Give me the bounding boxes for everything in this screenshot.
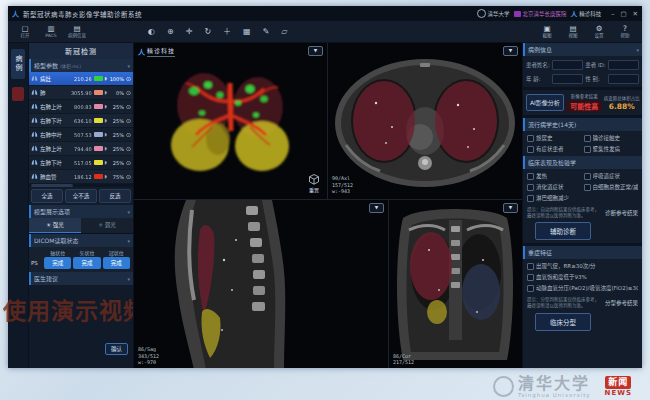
zoom-icon[interactable]: ⊕: [167, 28, 174, 36]
color-swatch[interactable]: [94, 90, 103, 95]
case-info-button[interactable]: ▤病例信息: [64, 25, 90, 38]
checkbox-item[interactable]: 聚集性发病: [584, 145, 639, 153]
annotate-icon[interactable]: ▱: [281, 28, 287, 36]
help-button[interactable]: ?帮助: [612, 25, 638, 38]
checkbox[interactable]: [527, 263, 534, 270]
pan-icon[interactable]: ✛: [186, 28, 193, 36]
color-swatch[interactable]: [94, 160, 103, 165]
viewport-menu-button[interactable]: ▼: [308, 46, 323, 56]
sidebar-tab-case[interactable]: 病例: [11, 49, 25, 79]
light-tab[interactable]: ☀ 强光: [29, 218, 81, 233]
rotate-icon[interactable]: ↻: [204, 28, 211, 36]
close-button[interactable]: ✕: [633, 10, 638, 18]
checkbox-item[interactable]: 动脉血氧分压(PaO2)/吸氧浓度(FiO2)≤300mmHg: [527, 284, 638, 292]
color-swatch[interactable]: [94, 132, 103, 137]
eye-icon[interactable]: ⊙: [126, 145, 131, 152]
view-button[interactable]: ▤视图: [560, 25, 586, 38]
viewport-sagittal[interactable]: ▼ 86/Sag343/512w:-970: [134, 200, 388, 368]
eye-icon[interactable]: ⊙: [126, 131, 131, 138]
assist-diagnosis-button[interactable]: 辅助诊断: [535, 222, 591, 240]
structure-row[interactable]: 左肺上叶794.40◗25%⊙: [29, 142, 133, 156]
checkbox-item[interactable]: 消化道症状: [527, 183, 582, 191]
checkbox[interactable]: [527, 274, 534, 281]
checkbox[interactable]: [584, 184, 591, 191]
severe-features-header[interactable]: 重症特征: [523, 246, 642, 259]
checkbox-item[interactable]: 发热: [527, 172, 582, 180]
clinical-typing-button[interactable]: 临床分型: [535, 313, 591, 331]
select-button-1[interactable]: 全不选: [65, 189, 97, 203]
checkbox[interactable]: [527, 146, 534, 153]
doctor-advice-header[interactable]: 医生建议 ▾: [29, 272, 133, 285]
settings-button[interactable]: ⚙设置: [586, 25, 612, 38]
color-swatch[interactable]: [94, 174, 103, 179]
color-swatch[interactable]: [94, 104, 103, 109]
color-swatch[interactable]: [94, 76, 103, 81]
patient-id-input[interactable]: [608, 60, 639, 70]
eye-icon[interactable]: ⊙: [126, 103, 131, 110]
gender-input[interactable]: [608, 74, 639, 84]
select-button-0[interactable]: 全选: [31, 189, 63, 203]
checkbox-item[interactable]: 确诊接触史: [584, 134, 639, 142]
structure-row[interactable]: 肺血管186.12◗75%⊙: [29, 170, 133, 184]
checkbox-item[interactable]: 呼吸道症状: [584, 172, 639, 180]
viewport-menu-button[interactable]: ▼: [503, 46, 518, 56]
age-input[interactable]: [552, 74, 583, 84]
checkbox-item[interactable]: 淋巴细胞减少: [527, 194, 582, 202]
eye-icon[interactable]: ⊙: [126, 117, 131, 124]
viewport-axial[interactable]: ▼ 90/Axl157/512w:-943: [328, 43, 522, 199]
color-swatch[interactable]: [94, 146, 103, 151]
eye-icon[interactable]: ⊙: [126, 75, 131, 82]
viewport-3d[interactable]: 人 精诊科技 ▼ 重置: [134, 43, 327, 199]
layout-icon[interactable]: ▦: [243, 28, 251, 36]
checkbox[interactable]: [527, 173, 534, 180]
light-tab[interactable]: ☼ 弱光: [81, 218, 133, 233]
crosshair-icon[interactable]: ＋: [223, 28, 231, 36]
display-options-header[interactable]: 模型展示选项 ▾: [29, 205, 133, 218]
checkbox[interactable]: [527, 184, 534, 191]
checkbox[interactable]: [584, 146, 591, 153]
select-button-2[interactable]: 反选: [99, 189, 131, 203]
checkbox-item[interactable]: 出现气促，RR≥30次/分: [527, 262, 638, 270]
viewport-menu-button[interactable]: ▼: [369, 203, 384, 213]
measure-icon[interactable]: ✎: [263, 28, 270, 36]
epidemiology-header[interactable]: 流行病学史(14天): [523, 118, 642, 131]
checkbox[interactable]: [527, 285, 534, 292]
model-params-header[interactable]: 模型参数 (体积:mL) ▾: [29, 59, 133, 72]
confirm-button[interactable]: 确认: [105, 343, 128, 355]
window-level-icon[interactable]: ◐: [148, 28, 155, 36]
eye-icon[interactable]: ⊙: [126, 159, 131, 166]
reset-view-control[interactable]: 重置: [309, 174, 319, 193]
patient-name-input[interactable]: [552, 60, 583, 70]
checkbox[interactable]: [527, 135, 534, 142]
clinical-header[interactable]: 临床表现及检验学: [523, 156, 642, 169]
eye-icon[interactable]: ⊙: [126, 173, 131, 180]
eye-icon[interactable]: ⊙: [126, 89, 131, 96]
checkbox-item[interactable]: 旅居史: [527, 134, 582, 142]
case-info-header[interactable]: 病例信息 ▾: [523, 43, 642, 56]
structure-row[interactable]: 右肺上叶800.83◗25%⊙: [29, 100, 133, 114]
color-swatch[interactable]: [94, 118, 103, 123]
checkbox[interactable]: [584, 135, 591, 142]
structure-row[interactable]: 病灶210.26◗100%⊙: [29, 72, 133, 86]
maximize-button[interactable]: ▢: [620, 10, 626, 18]
list-scrollbar[interactable]: [29, 184, 133, 187]
viewport-menu-button[interactable]: ▼: [503, 203, 518, 213]
structure-row[interactable]: 右肺中叶507.53◗25%⊙: [29, 128, 133, 142]
structure-row[interactable]: 肺3055.90◗0%⊙: [29, 86, 133, 100]
ai-analysis-button[interactable]: AI影像分析: [526, 94, 564, 111]
pacs-button[interactable]: ▥PACS: [38, 25, 64, 38]
person-icon: 人: [571, 9, 578, 19]
structure-row[interactable]: 右肺下叶636.10◗25%⊙: [29, 114, 133, 128]
structure-row[interactable]: 左肺下叶517.05◗25%⊙: [29, 156, 133, 170]
dicom-status-header[interactable]: DICOM读取状态 ▾: [29, 234, 133, 247]
checkbox-item[interactable]: 白细胞总数正常/减少: [584, 183, 639, 191]
screenshot-button[interactable]: ▣截图: [534, 25, 560, 38]
sidebar-tab-lesion-icon[interactable]: [12, 87, 24, 101]
checkbox[interactable]: [527, 195, 534, 202]
checkbox-item[interactable]: 血氧饱和度低于93%: [527, 273, 638, 281]
minimize-button[interactable]: –: [611, 10, 614, 18]
checkbox-item[interactable]: 有症状患者: [527, 145, 582, 153]
viewport-coronal[interactable]: ▼ 86/Cor217/512: [389, 200, 522, 368]
checkbox[interactable]: [584, 173, 591, 180]
open-button[interactable]: ▢打开: [12, 25, 38, 38]
